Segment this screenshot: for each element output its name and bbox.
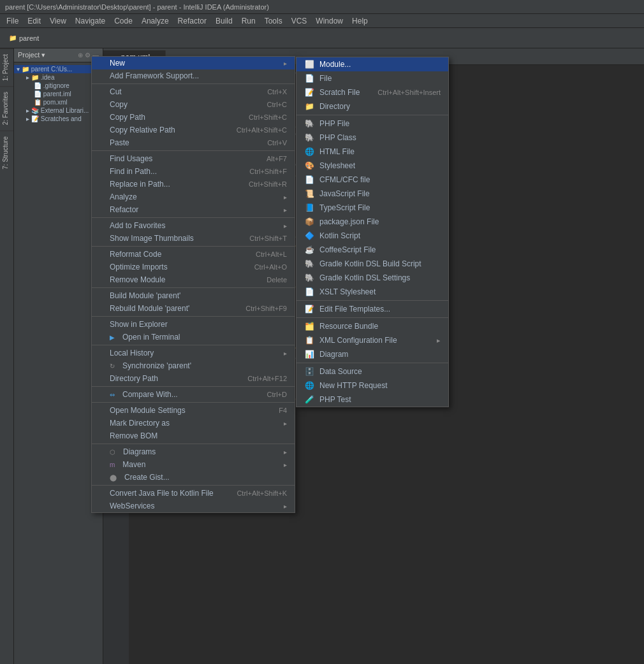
submenu-item-cfml[interactable]: 📄 CFML/CFC file [296, 173, 448, 187]
submenu-item-ts[interactable]: 📘 TypeScript File [296, 201, 448, 215]
submenu-item-module[interactable]: ⬜ Module... [296, 57, 448, 71]
submenu-item-gradle-kotlin-settings[interactable]: 🐘 Gradle Kotlin DSL Settings [296, 271, 448, 285]
mark-directory-arrow-icon: ▸ [284, 420, 287, 427]
context-menu-item-compare-with[interactable]: ⇔ Compare With... Ctrl+D [92, 388, 295, 401]
menu-edit[interactable]: Edit [24, 15, 45, 27]
context-menu-item-refactor[interactable]: Refactor ▸ [92, 203, 295, 216]
tree-item-parent-iml[interactable]: 📄 parent.iml [14, 90, 103, 98]
context-menu-item-create-gist[interactable]: ⬤ Create Gist... [92, 471, 295, 484]
submenu-item-coffeescript[interactable]: ☕ CoffeeScript File [296, 243, 448, 257]
submenu-item-js[interactable]: 📜 JavaScript File [296, 187, 448, 201]
submenu-item-package-json[interactable]: 📦 package.json File [296, 215, 448, 229]
menu-help[interactable]: Help [348, 15, 372, 27]
menu-window[interactable]: Window [312, 15, 347, 27]
tree-item-pom[interactable]: 📋 pom.xml [14, 98, 103, 106]
context-menu-item-add-framework[interactable]: Add Framework Support... [92, 69, 295, 82]
submenu-item-html[interactable]: 🌐 HTML File [296, 145, 448, 159]
favorites-arrow-icon: ▸ [284, 222, 287, 229]
scratches-label: 📝 Scratches and [31, 115, 82, 122]
context-menu-item-analyze[interactable]: Analyze ▸ [92, 191, 295, 203]
context-menu-separator [92, 444, 295, 444]
submenu-item-edit-templates[interactable]: 📝 Edit File Templates... [296, 302, 448, 316]
submenu-item-php-test[interactable]: 🧪 PHP Test [296, 393, 448, 407]
tree-item-parent[interactable]: ▾ 📁 parent C:\Us... [14, 65, 103, 73]
context-menu-item-remove-bom[interactable]: Remove BOM [92, 429, 295, 442]
context-menu-item-directory-path[interactable]: Directory Path Ctrl+Alt+F12 [92, 372, 295, 385]
context-menu-item-mark-directory[interactable]: Mark Directory as ▸ [92, 417, 295, 429]
stylesheet-icon: 🎨 [304, 161, 314, 171]
context-menu-separator [92, 150, 295, 151]
diagrams-arrow-icon: ▸ [284, 449, 287, 456]
submenu-item-xslt[interactable]: 📄 XSLT Stylesheet [296, 285, 448, 299]
menu-tools[interactable]: Tools [261, 15, 286, 27]
submenu-item-diagram[interactable]: 📊 Diagram [296, 347, 448, 361]
submenu-item-file[interactable]: 📄 File [296, 71, 448, 85]
submenu-separator [296, 363, 448, 363]
submenu-item-php-class[interactable]: 🐘 PHP Class [296, 131, 448, 145]
submenu-item-php-file[interactable]: 🐘 PHP File [296, 117, 448, 131]
context-menu-item-convert-java[interactable]: Convert Java File to Kotlin File Ctrl+Al… [92, 487, 295, 500]
tree-item-scratches[interactable]: ▸ 📝 Scratches and [14, 115, 103, 123]
submenu-item-xml-config[interactable]: 📋 XML Configuration File ▸ [296, 333, 448, 347]
external-label: 📚 External Librari... [31, 107, 89, 114]
context-menu-item-remove-module[interactable]: Remove Module Delete [92, 273, 295, 286]
menu-vcs[interactable]: VCS [288, 15, 311, 27]
submenu-item-directory[interactable]: 📁 Directory [296, 99, 448, 113]
context-menu-item-new[interactable]: New ▸ ⬜ Module... 📄 File 📝 Scratch File … [92, 57, 295, 69]
submenu-item-kotlin-script[interactable]: 🔷 Kotlin Script [296, 229, 448, 243]
context-menu-item-webservices[interactable]: WebServices ▸ [92, 500, 295, 512]
context-menu-item-optimize-imports[interactable]: Optimize Imports Ctrl+Alt+O [92, 261, 295, 273]
toolbar-parent[interactable]: 📁parent [5, 31, 43, 45]
left-tab-favorites[interactable]: 2: Favorites [0, 86, 13, 130]
context-menu-item-module-settings[interactable]: Open Module Settings F4 [92, 404, 295, 417]
context-menu-item-find-in-path[interactable]: Find in Path... Ctrl+Shift+F [92, 165, 295, 178]
context-menu-item-cut[interactable]: Cut Ctrl+X [92, 85, 295, 98]
context-menu-item-diagrams[interactable]: ⬡ Diagrams ▸ [92, 445, 295, 458]
submenu-item-stylesheet[interactable]: 🎨 Stylesheet [296, 159, 448, 173]
left-tab-structure[interactable]: 7: Structure [0, 131, 13, 175]
menu-navigate[interactable]: Navigate [71, 15, 109, 27]
submenu-item-data-source[interactable]: 🗄️ Data Source [296, 364, 448, 379]
menu-view[interactable]: View [46, 15, 70, 27]
menu-analyze[interactable]: Analyze [138, 15, 173, 27]
menu-run[interactable]: Run [238, 15, 260, 27]
left-tab-project[interactable]: 1: Project [0, 48, 13, 86]
submenu-item-resource-bundle[interactable]: 🗂️ Resource Bundle [296, 319, 448, 333]
context-menu-item-copy-path[interactable]: Copy Path Ctrl+Shift+C [92, 111, 295, 124]
menu-code[interactable]: Code [110, 15, 136, 27]
context-menu-item-open-terminal[interactable]: ▶ Open in Terminal [92, 331, 295, 343]
tree-item-idea[interactable]: ▸ 📁 .idea [14, 73, 103, 82]
submenu-item-gradle-kotlin-dsl[interactable]: 🐘 Gradle Kotlin DSL Build Script [296, 257, 448, 271]
menu-build[interactable]: Build [212, 15, 237, 27]
context-menu-item-synchronize[interactable]: ↻ Synchronize 'parent' [92, 359, 295, 372]
context-menu-item-add-favorites[interactable]: Add to Favorites ▸ [92, 219, 295, 232]
context-menu-separator [92, 402, 295, 403]
context-menu-item-replace-in-path[interactable]: Replace in Path... Ctrl+Shift+R [92, 178, 295, 191]
context-menu-item-copy-relative-path[interactable]: Copy Relative Path Ctrl+Alt+Shift+C [92, 124, 295, 136]
context-menu-item-maven[interactable]: m Maven ▸ [92, 458, 295, 471]
context-menu-item-rebuild-module[interactable]: Rebuild Module 'parent' Ctrl+Shift+F9 [92, 302, 295, 315]
context-menu-item-build-module[interactable]: Build Module 'parent' [92, 289, 295, 302]
context-menu-item-local-history[interactable]: Local History ▸ [92, 347, 295, 359]
data-source-icon: 🗄️ [304, 366, 314, 377]
submenu-item-http-request[interactable]: 🌐 New HTTP Request [296, 379, 448, 393]
context-menu-item-find-usages[interactable]: Find Usages Alt+F7 [92, 152, 295, 165]
project-toolbar-locate[interactable]: ⊕ [78, 52, 83, 59]
context-menu-item-show-explorer[interactable]: Show in Explorer [92, 318, 295, 331]
php-file-icon: 🐘 [304, 119, 314, 129]
menu-refactor[interactable]: Refactor [174, 15, 210, 27]
php-test-icon: 🧪 [304, 394, 314, 405]
tree-item-gitignore[interactable]: 📄 .gitignore [14, 82, 103, 90]
context-menu-item-copy[interactable]: Copy Ctrl+C [92, 98, 295, 111]
tree-item-external[interactable]: ▸ 📚 External Librari... [14, 106, 103, 115]
context-menu: New ▸ ⬜ Module... 📄 File 📝 Scratch File … [91, 56, 295, 513]
project-toolbar-settings[interactable]: ⚙ [85, 52, 91, 59]
context-menu-item-show-thumbnails[interactable]: Show Image Thumbnails Ctrl+Shift+T [92, 232, 295, 245]
submenu-arrow-icon: ▸ [284, 60, 287, 67]
submenu-item-scratch[interactable]: 📝 Scratch File Ctrl+Alt+Shift+Insert [296, 85, 448, 99]
context-menu-item-reformat[interactable]: Reformat Code Ctrl+Alt+L [92, 248, 295, 261]
menu-file[interactable]: File [3, 15, 22, 27]
context-menu-item-paste[interactable]: Paste Ctrl+V [92, 136, 295, 149]
gitignore-label: 📄 .gitignore [34, 82, 70, 89]
webservices-arrow-icon: ▸ [284, 503, 287, 510]
